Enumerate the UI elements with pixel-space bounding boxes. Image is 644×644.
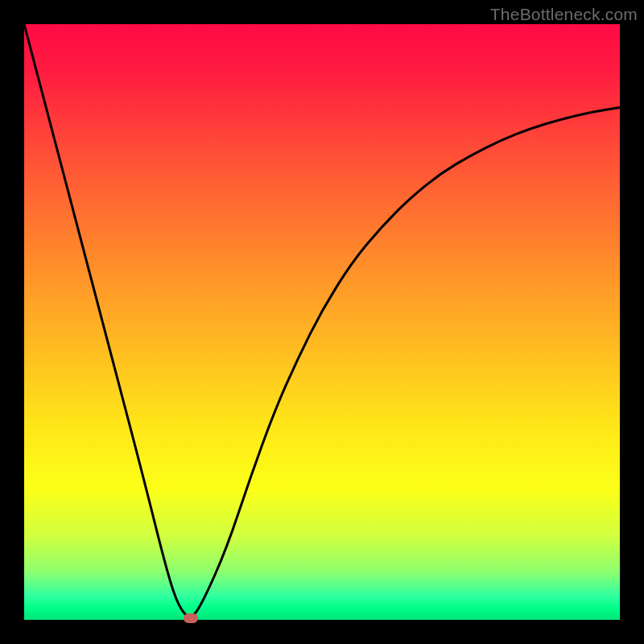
plot-area xyxy=(24,24,620,620)
watermark-text: TheBottleneck.com xyxy=(490,5,638,24)
bottleneck-curve xyxy=(24,24,620,617)
optimal-point-marker xyxy=(184,613,198,623)
chart-frame: TheBottleneck.com xyxy=(0,0,644,644)
curve-svg xyxy=(24,24,620,620)
